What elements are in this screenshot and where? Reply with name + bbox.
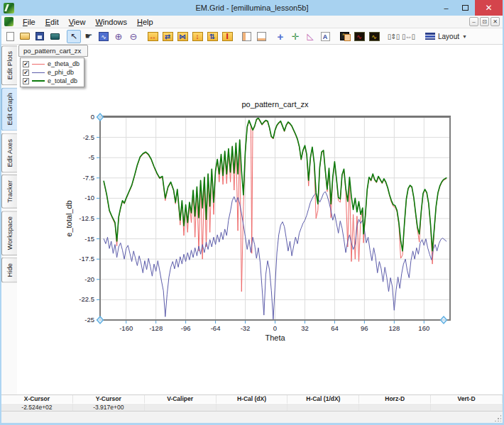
statusbar — [1, 411, 503, 423]
menu-view[interactable]: View — [64, 17, 91, 27]
y-tick-label: -17.5 — [79, 255, 94, 263]
cursor-col-value — [217, 403, 288, 411]
menu-windows[interactable]: Windows — [90, 17, 132, 27]
zoom-in-icon[interactable]: ⊕ — [111, 30, 126, 43]
v-shrink-icon[interactable]: ⇅ — [205, 30, 219, 43]
print-icon[interactable] — [48, 30, 62, 43]
caliper-icon[interactable]: ◺ — [303, 30, 317, 43]
cursor-marker-bottom-left[interactable] — [97, 316, 104, 324]
cursor-marker-top-left[interactable] — [97, 114, 104, 121]
legend-checkbox-e_phi_db[interactable]: ✔ — [23, 70, 29, 76]
mdi-restore-button[interactable]: ⊡ — [480, 17, 489, 26]
cursor-marker-bottom-right[interactable] — [441, 316, 447, 324]
copy-plot-icon-glyph — [340, 32, 349, 40]
h-expand-icon[interactable]: ↔ — [146, 30, 160, 43]
y-tick-label: -22.5 — [79, 295, 94, 303]
y-tick-label: -20 — [84, 275, 94, 283]
sidebar-tab-edit-graph[interactable]: Edit Graph — [1, 87, 17, 131]
sidebar-tab-edit-axes[interactable]: Edit Axes — [1, 133, 17, 173]
layout-button[interactable]: Layout▼ — [420, 30, 472, 43]
sidebar-tab-workspace[interactable]: Workspace — [1, 211, 17, 255]
y-tick-label: 0 — [91, 113, 94, 121]
close-button[interactable]: ✕ — [475, 0, 503, 16]
h-fit-icon-glyph: ⋈ — [177, 32, 188, 41]
tracker-icon-glyph: ✛ — [292, 31, 300, 42]
cursor-col-value — [359, 403, 431, 411]
pointer-icon[interactable]: ↖ — [67, 30, 81, 43]
cursor-table-values-row: -2.524e+02-3.917e+00 — [1, 403, 503, 411]
menu-file[interactable]: File — [18, 17, 40, 27]
h-shrink-icon[interactable]: ⇄ — [160, 30, 175, 43]
toolbar-separator — [235, 30, 239, 43]
legend-checkbox-e_total_db[interactable]: ✔ — [23, 78, 29, 84]
h-spacing-icon-glyph: ▯⇔▯ — [402, 33, 415, 40]
cursor-col-value — [287, 403, 359, 411]
v-fit-icon-glyph: Ⅰ — [222, 32, 233, 41]
text-annotation-icon[interactable]: A — [318, 30, 332, 43]
plot-yellow-icon[interactable]: ∿ — [367, 30, 381, 43]
toolbar-separator — [382, 30, 385, 43]
toolbar-separator — [62, 30, 66, 43]
save-icon[interactable] — [33, 30, 47, 43]
caliper-icon-glyph: ◺ — [307, 31, 313, 41]
mdi-minimize-button[interactable]: – — [469, 17, 478, 26]
new-file-icon[interactable] — [3, 30, 17, 43]
open-file-icon[interactable] — [18, 30, 32, 43]
maximize-button[interactable] — [456, 0, 475, 16]
app-window: EM.Grid - [emillumina_lesson5b] – ✕ File… — [0, 0, 504, 425]
chart-title: po_pattern_cart_zx — [241, 100, 309, 109]
x-tick-label: 32 — [301, 324, 309, 332]
h-fit-icon[interactable]: ⋈ — [175, 30, 190, 43]
legend-label-e_total_db: e_total_db — [48, 77, 77, 84]
v-expand-icon[interactable]: ↕ — [190, 30, 204, 43]
zoom-out-icon-glyph: ⊖ — [130, 31, 138, 42]
sidebar-tab-hide[interactable]: Hide — [1, 258, 17, 283]
vertical-panel-icon[interactable] — [239, 30, 253, 43]
cursor-col-value: -2.524e+02 — [1, 403, 73, 411]
sidebar-tab-tracker[interactable]: Tracker — [1, 175, 17, 209]
cursor-col-value: -3.917e+00 — [73, 403, 145, 411]
toolbar: ↖☛∿⊕⊖↔⇄⋈↕⇅Ⅰ+✛◺A∿∿▯⇕▯▯⇔▯Layout▼ — [1, 28, 503, 45]
mdi-controls: – ⊡ ✕ — [469, 17, 503, 26]
sidebar-tab-strip: Edit PlotsEdit GraphEdit AxesTrackerWork… — [1, 45, 17, 394]
legend-label-e_theta_db: e_theta_db — [48, 60, 80, 67]
x-tick-label: 96 — [361, 324, 368, 332]
v-spacing-icon-glyph: ▯⇕▯ — [388, 33, 399, 40]
y-axis-label: e_total_db — [65, 200, 73, 236]
x-tick-label: 160 — [418, 324, 429, 332]
horizontal-panel-icon[interactable] — [254, 30, 268, 43]
legend-line-sample-e_total_db — [32, 80, 45, 82]
v-fit-icon[interactable]: Ⅰ — [220, 30, 234, 43]
menu-edit[interactable]: Edit — [40, 17, 64, 27]
minimize-button[interactable]: – — [437, 0, 456, 16]
y-tick-label: -5 — [89, 153, 94, 161]
maximize-icon — [462, 5, 469, 11]
zoom-region-icon[interactable]: ∿ — [97, 30, 111, 43]
crosshair-icon[interactable]: + — [273, 30, 287, 43]
zoom-in-icon-glyph: ⊕ — [115, 31, 123, 42]
save-icon-glyph — [35, 32, 44, 40]
mdi-close-button[interactable]: ✕ — [491, 17, 500, 26]
y-tick-label: -12.5 — [79, 214, 94, 222]
zoom-out-icon[interactable]: ⊖ — [126, 30, 141, 43]
v-spacing-icon[interactable]: ▯⇕▯ — [386, 30, 400, 43]
toolbar-separator — [333, 30, 336, 43]
document-logo-icon — [4, 17, 13, 26]
h-spacing-icon[interactable]: ▯⇔▯ — [401, 30, 415, 43]
sidebar-tab-edit-plots[interactable]: Edit Plots — [1, 45, 17, 85]
tracker-icon[interactable]: ✛ — [288, 30, 302, 43]
plot-yellow-icon-glyph: ∿ — [369, 32, 380, 41]
chart-canvas[interactable]: -160-128-96-64-3203264961281600-2.5-5-7.… — [17, 45, 504, 397]
menu-help[interactable]: Help — [132, 17, 158, 27]
pointer-icon-glyph: ↖ — [70, 31, 77, 41]
copy-plot-icon[interactable] — [337, 30, 351, 43]
x-tick-label: -128 — [149, 324, 163, 332]
y-tick-label: -10 — [84, 194, 94, 202]
zoom-region-icon-glyph: ∿ — [99, 32, 109, 41]
legend-checkbox-e_theta_db[interactable]: ✔ — [23, 61, 29, 67]
resize-grip-icon[interactable] — [494, 414, 501, 421]
plot-red-icon[interactable]: ∿ — [352, 30, 366, 43]
legend: ✔e_theta_db✔e_phi_db✔e_total_db — [20, 57, 84, 87]
new-file-icon-glyph — [6, 32, 14, 41]
pan-hand-icon[interactable]: ☛ — [82, 30, 96, 43]
